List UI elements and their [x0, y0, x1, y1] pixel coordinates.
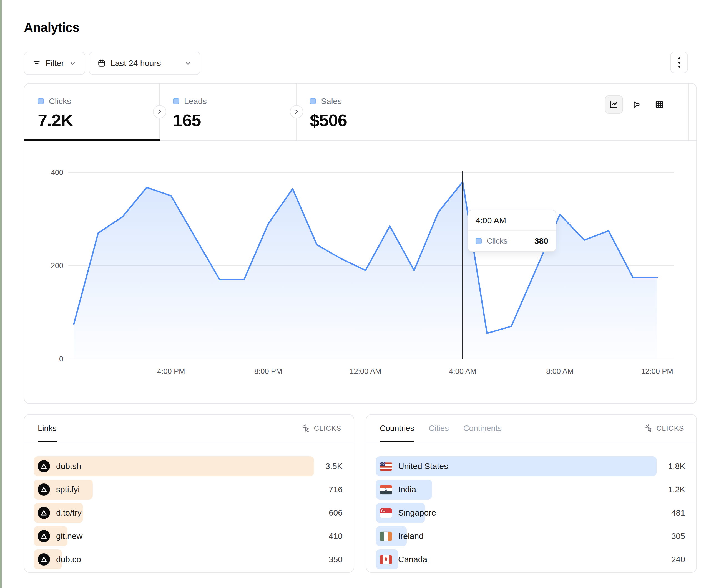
row-clicks-value: 716	[329, 485, 343, 494]
in-flag-icon	[380, 485, 392, 494]
leads-legend-swatch	[173, 98, 179, 104]
chart-view-toggles	[605, 95, 669, 114]
filter-icon	[32, 59, 41, 68]
active-tab-underline	[24, 139, 159, 141]
date-range-label: Last 24 hours	[110, 59, 161, 68]
chart-tooltip: 4:00 AM Clicks 380	[468, 210, 556, 252]
link-row[interactable]: dub.sh3.5K	[34, 456, 343, 476]
tooltip-series-swatch	[476, 238, 482, 244]
funnel-view-button[interactable]	[627, 95, 646, 114]
metric-tabs-row: Clicks 7.2K Leads 165 Sales $506	[24, 84, 696, 141]
row-clicks-value: 240	[671, 555, 685, 564]
page-title: Analytics	[24, 20, 80, 35]
sg-flag-icon	[380, 508, 392, 518]
dub-logo-icon	[38, 530, 50, 542]
clicks-metric-value: 7.2K	[38, 110, 159, 130]
tooltip-value: 380	[534, 236, 548, 246]
country-row[interactable]: United States1.8K	[376, 456, 685, 476]
x-axis-tick-label: 4:00 PM	[157, 367, 185, 376]
sales-metric-label: Sales	[321, 96, 342, 106]
chevron-down-icon	[69, 59, 77, 67]
sales-legend-swatch	[310, 98, 316, 104]
y-axis-tick-label: 200	[51, 262, 63, 270]
row-clicks-value: 305	[671, 532, 685, 541]
dub-logo-icon	[38, 460, 50, 472]
country-row[interactable]: India1.2K	[376, 479, 685, 499]
expand-leads-chevron-button[interactable]	[290, 105, 303, 118]
row-clicks-value: 1.2K	[668, 485, 685, 494]
link-row[interactable]: spti.fyi716	[34, 479, 343, 499]
dub-logo-icon	[38, 507, 50, 519]
x-axis-tick-label: 12:00 PM	[641, 367, 673, 376]
clicks-legend-swatch	[38, 98, 44, 104]
us-flag-icon	[380, 462, 392, 471]
row-label: spti.fyi	[56, 485, 80, 494]
y-axis-tick-label: 400	[51, 168, 63, 177]
area-chart-canvas[interactable]: 02004004:00 PM8:00 PM12:00 AM4:00 AM8:00…	[24, 141, 696, 403]
clicks-metric-label: Clicks	[49, 96, 71, 106]
tabs-end-divider	[688, 84, 689, 140]
links-metric-toggle[interactable]: CLICKS	[302, 415, 342, 442]
date-range-button[interactable]: Last 24 hours	[89, 51, 200, 75]
table-icon	[654, 99, 665, 110]
tab-cities[interactable]: Cities	[429, 415, 449, 442]
x-axis-tick-label: 8:00 PM	[254, 367, 282, 376]
country-row[interactable]: Ireland305	[376, 526, 685, 546]
row-clicks-value: 410	[329, 532, 343, 541]
link-row[interactable]: git.new410	[34, 526, 343, 546]
ie-flag-icon	[380, 532, 392, 541]
tab-continents[interactable]: Continents	[464, 415, 502, 442]
chevron-down-icon	[184, 59, 192, 67]
tab-clicks[interactable]: Clicks 7.2K	[24, 84, 159, 140]
country-row[interactable]: Canada240	[376, 549, 685, 569]
country-row[interactable]: Singapore481	[376, 503, 685, 523]
countries-metric-label: CLICKS	[656, 424, 684, 432]
dub-logo-icon	[38, 553, 50, 566]
row-clicks-value: 1.8K	[668, 461, 685, 471]
row-label: dub.co	[56, 555, 81, 564]
kebab-menu-icon	[678, 58, 680, 59]
x-axis-tick-label: 4:00 AM	[449, 367, 476, 376]
row-clicks-value: 606	[329, 508, 343, 518]
cursor-click-icon	[302, 424, 311, 433]
x-axis-tick-label: 8:00 AM	[546, 367, 574, 376]
filter-button-label: Filter	[45, 59, 64, 68]
tab-sales[interactable]: Sales $506	[297, 84, 452, 140]
countries-metric-toggle[interactable]: CLICKS	[644, 415, 684, 442]
clicks-area-chart[interactable]: 02004004:00 PM8:00 PM12:00 AM4:00 AM8:00…	[24, 141, 696, 403]
expand-clicks-chevron-button[interactable]	[153, 105, 166, 118]
tooltip-series-label: Clicks	[487, 236, 508, 246]
x-axis-tick-label: 12:00 AM	[349, 367, 381, 376]
funnel-chart-icon	[631, 99, 642, 110]
y-axis-tick-label: 0	[59, 355, 63, 363]
row-label: Canada	[398, 555, 427, 564]
tab-leads[interactable]: Leads 165	[159, 84, 297, 140]
row-label: India	[398, 485, 416, 494]
sales-metric-value: $506	[310, 110, 452, 130]
more-options-button[interactable]	[670, 51, 688, 73]
tooltip-time: 4:00 AM	[468, 210, 556, 231]
line-chart-view-button[interactable]	[605, 95, 623, 114]
row-label: dub.sh	[56, 461, 81, 471]
link-row[interactable]: d.to/try606	[34, 503, 343, 523]
line-chart-icon	[608, 99, 619, 110]
links-metric-label: CLICKS	[314, 424, 342, 432]
cursor-click-icon	[644, 424, 653, 433]
row-label: Ireland	[398, 532, 424, 541]
table-view-button[interactable]	[650, 95, 669, 114]
row-clicks-value: 3.5K	[325, 461, 343, 471]
tab-countries[interactable]: Countries	[380, 415, 414, 442]
ca-flag-icon	[380, 555, 392, 564]
calendar-icon	[97, 59, 106, 68]
links-panel: Links CLICKS dub.sh3.5Kspti.fyi716d.to/t…	[24, 414, 354, 573]
row-clicks-value: 350	[329, 555, 343, 564]
filter-button[interactable]: Filter	[24, 51, 85, 75]
link-row[interactable]: dub.co350	[34, 549, 343, 569]
row-label: Singapore	[398, 508, 436, 518]
analytics-chart-card: Clicks 7.2K Leads 165 Sales $506	[24, 83, 697, 404]
leads-metric-label: Leads	[184, 96, 207, 106]
page-edge-accent	[0, 0, 2, 588]
row-label: United States	[398, 461, 448, 471]
tab-links[interactable]: Links	[38, 415, 57, 442]
dub-logo-icon	[38, 483, 50, 496]
